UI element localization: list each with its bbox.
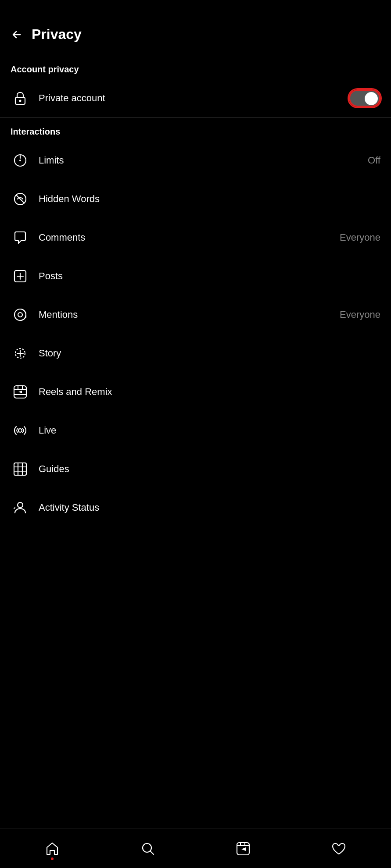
reels-remix-item[interactable]: Reels and Remix — [0, 373, 391, 411]
private-account-item[interactable]: Private account — [0, 79, 391, 117]
nav-reels[interactable] — [226, 836, 260, 861]
activity-status-label: Activity Status — [39, 502, 380, 513]
posts-item[interactable]: Posts — [0, 257, 391, 295]
mentions-item[interactable]: Mentions Everyone — [0, 295, 391, 334]
svg-point-11 — [18, 313, 22, 317]
page-title: Privacy — [32, 26, 82, 43]
svg-line-27 — [150, 851, 154, 854]
private-account-label: Private account — [39, 92, 340, 104]
reels-nav-icon — [235, 841, 251, 857]
nav-likes[interactable] — [322, 836, 355, 861]
svg-point-19 — [18, 429, 22, 432]
live-label: Live — [39, 425, 380, 436]
interactions-section: Interactions Limits Off — [0, 118, 391, 527]
svg-point-1 — [19, 100, 22, 102]
nav-search[interactable] — [131, 836, 165, 861]
svg-point-25 — [18, 502, 23, 508]
header: Privacy — [0, 0, 391, 56]
account-privacy-section: Account privacy Private account — [0, 56, 391, 117]
live-item[interactable]: Live — [0, 411, 391, 450]
posts-icon — [11, 267, 30, 286]
comments-icon — [11, 228, 30, 247]
live-icon — [11, 421, 30, 440]
interactions-label: Interactions — [0, 118, 391, 141]
hidden-words-icon — [11, 189, 30, 209]
story-label: Story — [39, 348, 380, 359]
mentions-icon — [11, 305, 30, 324]
guides-icon — [11, 459, 30, 479]
svg-point-3 — [19, 160, 21, 161]
heart-icon — [331, 841, 347, 857]
guides-item[interactable]: Guides — [0, 450, 391, 488]
activity-status-item[interactable]: Activity Status — [0, 488, 391, 527]
mentions-value: Everyone — [340, 309, 380, 320]
home-icon — [44, 841, 60, 857]
reels-remix-label: Reels and Remix — [39, 386, 380, 398]
limits-icon — [11, 151, 30, 170]
limits-item[interactable]: Limits Off — [0, 141, 391, 180]
story-item[interactable]: Story — [0, 334, 391, 373]
hidden-words-item[interactable]: Hidden Words — [0, 180, 391, 218]
nav-home[interactable] — [36, 836, 69, 861]
mentions-label: Mentions — [39, 309, 331, 320]
private-account-toggle-container[interactable] — [349, 89, 380, 107]
guides-label: Guides — [39, 463, 380, 475]
story-icon — [11, 344, 30, 363]
limits-label: Limits — [39, 155, 359, 166]
svg-rect-20 — [14, 463, 26, 475]
reels-icon — [11, 382, 30, 402]
limits-value: Off — [368, 155, 380, 166]
toggle-knob — [365, 92, 378, 105]
bottom-nav — [0, 829, 391, 868]
account-privacy-label: Account privacy — [0, 56, 391, 79]
back-button[interactable] — [11, 28, 23, 41]
comments-item[interactable]: Comments Everyone — [0, 218, 391, 257]
hidden-words-label: Hidden Words — [39, 193, 380, 205]
search-icon — [140, 841, 156, 857]
lock-icon — [11, 89, 30, 108]
comments-value: Everyone — [340, 232, 380, 243]
home-dot — [51, 857, 54, 860]
posts-label: Posts — [39, 270, 380, 282]
comments-label: Comments — [39, 232, 331, 243]
activity-status-icon — [11, 498, 30, 517]
private-account-toggle[interactable] — [349, 89, 380, 107]
